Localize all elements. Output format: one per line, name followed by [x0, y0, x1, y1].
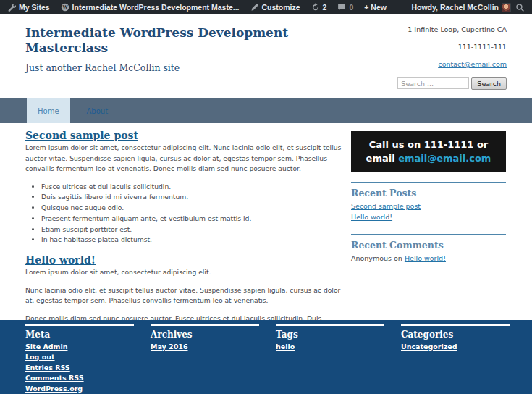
site-name-label: Intermediate WordPress Development Maste… [72, 3, 240, 12]
recent-post-link[interactable]: Hello world! [351, 211, 506, 222]
nav-item-home[interactable]: Home [27, 98, 70, 123]
footer-link[interactable]: Comments RSS [25, 373, 136, 384]
recent-comment-item: Anonymous on Hello world! [351, 253, 506, 264]
page: My Sites W Intermediate WordPress Develo… [0, 0, 532, 394]
updates-icon [311, 3, 320, 12]
my-sites-menu[interactable]: My Sites [7, 3, 50, 12]
header-phone: 111-1111-111 [380, 43, 507, 51]
footer-link[interactable]: Uncategorized [401, 342, 512, 353]
customize-label: Customize [262, 3, 300, 12]
site-header: Intermediate WordPress Development Maste… [0, 14, 532, 90]
list-item: Quisque nec augue odio. [41, 203, 344, 214]
updates-count: 2 [323, 3, 327, 12]
pencil-icon [250, 3, 259, 12]
post-paragraph: Lorem ipsum dolor sit amet, consectetur … [25, 267, 344, 278]
svg-text:W: W [62, 4, 68, 10]
post-paragraph: Lorem ipsum dolor sit amet, consectetur … [25, 143, 344, 175]
footer-column-archives: Archives May 2016 [151, 324, 261, 394]
customize-menu[interactable]: Customize [250, 3, 300, 12]
wrench-icon [7, 3, 16, 12]
call-us-box: Call us on 111-1111 or email email@email… [351, 131, 506, 172]
admin-search-icon[interactable] [515, 3, 525, 12]
new-content-menu[interactable]: + New [364, 3, 387, 12]
comment-author: Anonymous on [351, 254, 405, 262]
search-button[interactable]: Search [471, 77, 507, 90]
updates-menu[interactable]: 2 [311, 3, 327, 12]
post-hello-world: Hello world! Lorem ipsum dolor sit amet,… [25, 253, 344, 319]
header-email-link[interactable]: contact@email.com [438, 60, 507, 68]
nav-item-about[interactable]: About [76, 98, 119, 123]
list-item: Praesent fermentum aliquam ante, et vest… [41, 214, 344, 225]
footer-rule [401, 324, 510, 326]
comments-menu[interactable]: 0 [337, 3, 353, 12]
footer-column-categories: Categories Uncategorized [401, 324, 512, 394]
recent-posts-widget: Recent Posts Second sample post Hello wo… [351, 182, 506, 222]
list-item: Etiam suscipit porttitor est. [41, 225, 344, 235]
post-paragraph: Donec mollis diam sed nunc posuere aucto… [25, 314, 344, 320]
post-title-link[interactable]: Second sample post [25, 130, 138, 141]
footer-column-title: Archives [151, 330, 261, 340]
footer-rule [276, 324, 384, 326]
wordpress-logo-icon: W [61, 3, 69, 12]
main-area: Second sample post Lorem ipsum dolor sit… [0, 123, 532, 320]
admin-bar-left: My Sites W Intermediate WordPress Develo… [7, 3, 387, 12]
footer-link[interactable]: Entries RSS [25, 363, 136, 374]
content-column: Second sample post Lorem ipsum dolor sit… [25, 128, 344, 320]
post-title-link[interactable]: Hello world! [25, 254, 96, 266]
list-item: In hac habitasse platea dictumst. [41, 235, 344, 246]
footer-column-meta: Meta Site Admin Log out Entries RSS Comm… [25, 324, 136, 394]
site-title[interactable]: Intermediate WordPress Development Maste… [25, 25, 337, 56]
footer-link[interactable]: Log out [25, 352, 136, 363]
call-us-email-link[interactable]: email@email.com [398, 153, 491, 164]
post-paragraph: Nunc lacinia odio elit, et suscipit tell… [25, 285, 344, 306]
post-list: Fusce ultrices et dui iaculis sollicitud… [41, 182, 344, 246]
footer-link[interactable]: Site Admin [25, 342, 136, 353]
site-name-menu[interactable]: W Intermediate WordPress Development Mas… [61, 3, 240, 12]
new-label: + New [364, 3, 387, 12]
post-second-sample: Second sample post Lorem ipsum dolor sit… [25, 128, 344, 246]
footer-column-title: Meta [25, 330, 136, 340]
footer-link[interactable]: WordPress.org [25, 384, 136, 394]
list-item: Fusce ultrices et dui iaculis sollicitud… [41, 182, 344, 193]
footer-link[interactable]: hello [276, 342, 387, 353]
recent-post-link[interactable]: Second sample post [351, 201, 506, 211]
header-contact: 1 Infinite Loop, Cupertino CA 111-1111-1… [380, 25, 507, 90]
recent-comments-widget: Recent Comments Anonymous on Hello world… [351, 234, 506, 264]
header-address: 1 Infinite Loop, Cupertino CA [380, 25, 507, 34]
main-nav: Home About [0, 98, 532, 123]
widget-title: Recent Posts [351, 188, 506, 198]
footer-column-tags: Tags hello [276, 324, 387, 394]
avatar [502, 3, 511, 12]
comment-bubble-icon [337, 3, 346, 12]
my-sites-label: My Sites [19, 3, 50, 12]
footer-rule [151, 324, 259, 326]
admin-bar: My Sites W Intermediate WordPress Develo… [0, 0, 532, 14]
comments-count: 0 [349, 3, 353, 12]
sidebar: Call us on 111-1111 or email email@email… [351, 128, 506, 320]
comment-post-link[interactable]: Hello world! [405, 254, 446, 262]
howdy-label: Howdy, Rachel McCollin [411, 3, 499, 12]
footer: Meta Site Admin Log out Entries RSS Comm… [0, 320, 532, 394]
search-input[interactable] [397, 77, 469, 89]
footer-column-title: Categories [401, 330, 512, 340]
howdy-account-menu[interactable]: Howdy, Rachel McCollin [411, 3, 511, 12]
widget-title: Recent Comments [351, 240, 506, 251]
footer-rule [25, 324, 134, 326]
footer-column-title: Tags [276, 330, 387, 340]
admin-bar-right: Howdy, Rachel McCollin [411, 3, 525, 12]
list-item: Duis sagittis libero id mi viverra ferme… [41, 192, 344, 203]
site-branding: Intermediate WordPress Development Maste… [25, 25, 337, 90]
site-tagline: Just another Rachel McCollin site [25, 62, 337, 73]
header-search-form: Search [380, 77, 507, 90]
footer-link[interactable]: May 2016 [151, 342, 261, 353]
